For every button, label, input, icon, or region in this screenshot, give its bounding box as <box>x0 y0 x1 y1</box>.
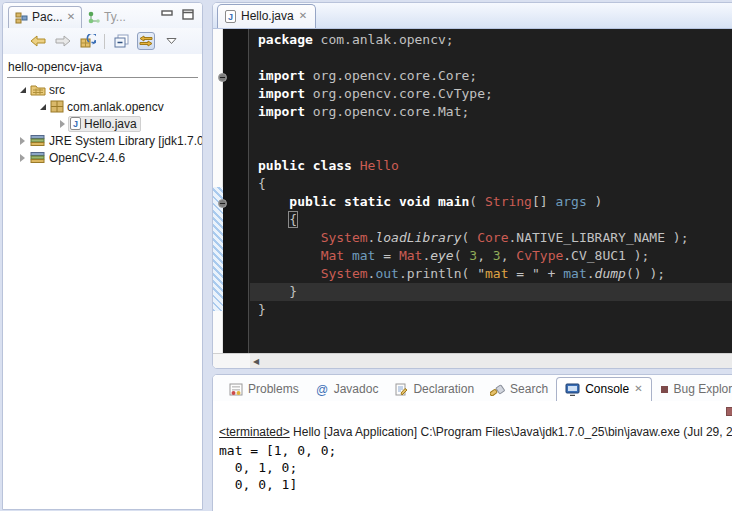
tree-item-src[interactable]: src <box>3 81 202 98</box>
declaration-icon <box>394 383 408 396</box>
close-icon[interactable]: ✕ <box>67 12 75 22</box>
code-area[interactable]: package com.anlak.opencv;import org.open… <box>250 29 732 353</box>
forward-button[interactable] <box>54 32 72 50</box>
code-token: mat <box>352 248 375 263</box>
collapse-all-button[interactable] <box>112 32 130 50</box>
code-token: () ); <box>626 266 665 281</box>
tab-bug-explorer[interactable]: Bug Explorer <box>652 378 732 401</box>
go-into-button[interactable] <box>79 32 97 50</box>
code-token: ( <box>454 248 470 263</box>
code-line[interactable]: public static void main( String[] args ) <box>258 193 732 211</box>
code-line[interactable] <box>258 139 732 157</box>
tree-item-inner[interactable]: com.anlak.opencv <box>48 99 168 115</box>
code-token: CvType <box>516 248 563 263</box>
tab-javadoc[interactable]: @Javadoc <box>307 378 387 401</box>
code-line[interactable] <box>258 49 732 67</box>
tab-console[interactable]: Console✕ <box>556 377 651 401</box>
code-line[interactable]: public class Hello <box>258 157 732 175</box>
tab-search[interactable]: Search <box>482 378 556 401</box>
minimize-icon[interactable] <box>161 9 173 20</box>
view-menu-icon[interactable] <box>162 32 180 50</box>
code-token: import <box>258 104 305 119</box>
code-token <box>258 230 321 245</box>
tab-declaration[interactable]: Declaration <box>386 378 482 401</box>
tree-item-inner[interactable]: src <box>28 82 69 98</box>
maximize-icon[interactable] <box>182 9 194 20</box>
code-line[interactable]: } <box>258 301 732 319</box>
scrollbar-corner <box>213 353 250 368</box>
code-token <box>258 212 289 227</box>
code-token: System <box>321 266 368 281</box>
link-with-editor-button[interactable] <box>137 32 155 50</box>
tree-item-inner[interactable]: OpenCV-2.4.6 <box>28 150 129 166</box>
tab-label: Javadoc <box>334 382 379 396</box>
console-panel: Problems@JavadocDeclarationSearchConsole… <box>212 374 732 511</box>
problems-icon <box>229 383 243 396</box>
back-button[interactable] <box>29 32 47 50</box>
code-token: 3 <box>493 248 501 263</box>
tab-package-explorer[interactable]: Pac... ✕ <box>8 6 82 28</box>
tree-item-label: com.anlak.opencv <box>67 100 164 114</box>
tree-item-com-anlak-opencv[interactable]: com.anlak.opencv <box>3 98 202 115</box>
code-line[interactable]: } <box>250 283 732 301</box>
fold-marker-imports[interactable] <box>218 73 227 82</box>
code-token: public class <box>258 158 352 173</box>
tree-item-jre-system-library-jdk1-7-0-25-[interactable]: JRE System Library [jdk1.7.0_25] <box>3 132 202 149</box>
editor-tab-label: Hello.java <box>241 9 294 23</box>
view-tabbar: Pac... ✕ Ty... <box>3 3 202 28</box>
code-line[interactable]: import org.opencv.core.Mat; <box>258 103 732 121</box>
collapsed-arrow-icon[interactable] <box>17 137 28 145</box>
library-icon <box>30 151 46 164</box>
tab-type-hierarchy[interactable]: Ty... <box>82 7 132 28</box>
collapsed-arrow-icon[interactable] <box>17 154 28 162</box>
view-toolbar <box>3 28 202 54</box>
close-icon[interactable]: ✕ <box>634 384 642 394</box>
close-icon[interactable]: ✕ <box>299 11 307 21</box>
code-token: } <box>258 284 297 299</box>
tab-label: Bug Explorer <box>674 382 732 396</box>
horizontal-scrollbar[interactable]: ◀ <box>250 353 732 368</box>
expanded-arrow-icon[interactable] <box>37 104 48 110</box>
console-output-line: 0, 1, 0; <box>219 459 732 476</box>
console-content[interactable]: <terminated> Hello [Java Application] C:… <box>213 423 732 495</box>
code-line[interactable]: import org.opencv.core.CvType; <box>258 85 732 103</box>
code-token <box>344 248 352 263</box>
expanded-arrow-icon[interactable] <box>17 87 28 93</box>
tab-problems[interactable]: Problems <box>221 378 307 401</box>
collapsed-arrow-icon[interactable] <box>57 120 68 128</box>
code-token: 3 <box>469 248 477 263</box>
code-token: } <box>258 302 266 317</box>
tree-item-inner[interactable]: JHello.java <box>68 116 141 132</box>
code-line[interactable]: System.loadLibrary( Core.NATIVE_LIBRARY_… <box>258 229 732 247</box>
code-token: args <box>555 194 586 209</box>
tree-item-hello-java[interactable]: JHello.java <box>3 115 202 132</box>
package-icon <box>50 100 64 113</box>
tree-item-opencv-2-4-6[interactable]: OpenCV-2.4.6 <box>3 149 202 166</box>
project-header[interactable]: hello-opencv-java <box>7 60 198 78</box>
toolbar-separator <box>104 34 105 49</box>
code-token: dump <box>595 266 626 281</box>
console-output[interactable]: mat = [1, 0, 0; 0, 1, 0; 0, 0, 1] <box>219 442 732 493</box>
code-token: .NATIVE_LIBRARY_NAME ); <box>508 230 688 245</box>
console-toolbar-icon[interactable] <box>726 407 732 416</box>
code-line[interactable]: import org.opencv.core.Core; <box>258 67 732 85</box>
editor-tab-hello-java[interactable]: J Hello.java ✕ <box>217 4 316 28</box>
code-token: , <box>501 248 517 263</box>
code-token <box>258 194 289 209</box>
code-line[interactable]: Mat mat = Mat.eye( 3, 3, CvType.CV_8UC1 … <box>258 247 732 265</box>
code-token: import <box>258 68 305 83</box>
code-line[interactable]: System.out.println( "mat = " + mat.dump(… <box>258 265 732 283</box>
code-token <box>352 158 360 173</box>
java-file-icon: J <box>70 117 81 130</box>
code-line[interactable] <box>258 121 732 139</box>
code-line[interactable]: { <box>258 211 732 229</box>
code-line[interactable]: { <box>258 175 732 193</box>
code-line[interactable]: package com.anlak.opencv; <box>258 31 732 49</box>
code-token: Mat <box>399 248 422 263</box>
fold-marker-main[interactable] <box>218 199 227 208</box>
editor-area: J Hello.java ✕ package com.anlak.opencv;… <box>212 2 732 369</box>
code-token: ( <box>462 230 478 245</box>
tree-item-inner[interactable]: JRE System Library [jdk1.7.0_25] <box>28 133 202 149</box>
type-hierarchy-icon <box>88 11 100 24</box>
scroll-left-arrow-icon[interactable]: ◀ <box>253 357 259 366</box>
